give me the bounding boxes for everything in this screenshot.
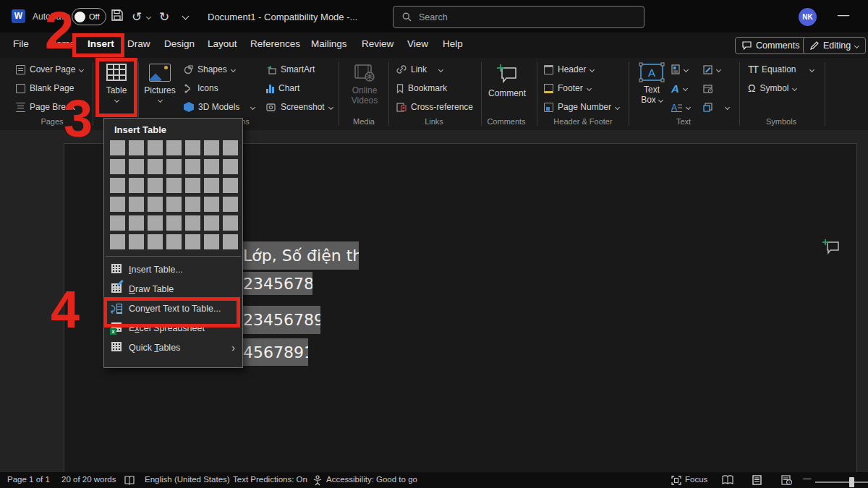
proofing-icon[interactable] (124, 476, 135, 485)
minimize-icon[interactable]: — (838, 9, 849, 22)
comment-button[interactable]: Comment (486, 64, 528, 98)
table-grid-cell[interactable] (185, 197, 200, 212)
selected-text-line[interactable]: Lớp, Số điện thoại (239, 241, 359, 270)
quick-parts-button[interactable] (671, 62, 688, 77)
focus-button[interactable]: Focus (685, 475, 707, 484)
table-grid-cell[interactable] (148, 215, 163, 231)
equation-button[interactable]: ΤΤEquation (748, 62, 796, 77)
table-grid-cell[interactable] (148, 234, 163, 249)
table-grid-cell[interactable] (110, 159, 125, 174)
table-grid-cell[interactable] (223, 159, 238, 174)
comments-button[interactable]: Comments (735, 37, 807, 54)
table-grid-cell[interactable] (129, 197, 144, 212)
table-grid-cell[interactable] (166, 159, 182, 174)
header-button[interactable]: Header (544, 62, 594, 77)
tab-draw[interactable]: Draw (127, 38, 150, 49)
save-icon[interactable] (111, 9, 124, 22)
zoom-slider-track[interactable] (815, 481, 868, 483)
table-grid-cell[interactable] (129, 159, 144, 174)
table-grid-cell[interactable] (129, 178, 144, 193)
page-indicator[interactable]: Page 1 of 1 (7, 475, 50, 484)
zoom-out-icon[interactable]: — (803, 474, 812, 482)
table-grid-cell[interactable] (223, 178, 238, 193)
screenshot-button[interactable]: Screenshot (266, 100, 333, 114)
redo-icon[interactable]: ↻ (159, 9, 169, 25)
table-grid-cell[interactable] (166, 140, 182, 155)
signature-line-button[interactable] (703, 62, 720, 77)
table-grid-cell[interactable] (110, 140, 125, 155)
table-grid-cell[interactable] (204, 197, 219, 212)
accessibility-status[interactable]: Accessibility: Good to go (326, 475, 417, 484)
table-size-grid[interactable] (110, 140, 242, 249)
table-grid-cell[interactable] (204, 234, 219, 249)
symbol-button[interactable]: ΩSymbol (748, 81, 796, 95)
insert-comment-margin-icon[interactable] (822, 239, 841, 256)
word-count[interactable]: 20 of 20 words (61, 475, 116, 484)
zoom-slider-handle[interactable] (849, 477, 854, 487)
table-grid-cell[interactable] (166, 197, 182, 212)
undo-chevron-icon[interactable] (146, 14, 151, 20)
table-grid-cell[interactable] (110, 178, 125, 193)
table-grid-cell[interactable] (204, 140, 219, 155)
tab-design[interactable]: Design (164, 38, 195, 49)
editing-button[interactable]: Editing (803, 37, 866, 54)
table-grid-cell[interactable] (166, 215, 182, 231)
search-input[interactable]: Search (393, 6, 644, 28)
link-button[interactable]: Link (396, 62, 427, 77)
table-grid-cell[interactable] (129, 234, 144, 249)
table-grid-cell[interactable] (223, 234, 238, 249)
table-grid-cell[interactable] (148, 159, 163, 174)
shapes-button[interactable]: Shapes (184, 62, 235, 77)
table-grid-cell[interactable] (204, 215, 219, 231)
table-grid-cell[interactable] (110, 197, 125, 212)
date-time-button[interactable] (703, 81, 713, 95)
tab-review[interactable]: Review (362, 38, 393, 49)
language-indicator[interactable]: English (United States) (145, 475, 230, 484)
table-grid-cell[interactable] (148, 140, 163, 155)
quick-access-chevron-icon[interactable] (182, 13, 190, 20)
chart-button[interactable]: Chart (266, 81, 299, 95)
equation-chevron-icon[interactable] (809, 67, 814, 72)
table-grid-cell[interactable] (204, 178, 219, 193)
bookmark-button[interactable]: Bookmark (396, 81, 447, 95)
table-grid-cell[interactable] (185, 178, 200, 193)
tab-file[interactable]: File (13, 38, 29, 49)
pictures-button[interactable]: Pictures (142, 64, 178, 102)
3d-models-chevron-icon[interactable] (250, 105, 255, 110)
table-grid-cell[interactable] (185, 159, 200, 174)
undo-icon[interactable]: ↺ (132, 9, 142, 25)
page-number-button[interactable]: Page Number (544, 100, 619, 114)
table-grid-cell[interactable] (223, 140, 238, 155)
table-grid-cell[interactable] (110, 234, 125, 249)
smartart-button[interactable]: SmartArt (266, 62, 315, 77)
table-grid-cell[interactable] (110, 215, 125, 231)
read-mode-icon[interactable] (722, 475, 734, 485)
tab-layout[interactable]: Layout (208, 38, 237, 49)
text-predictions[interactable]: Text Predictions: On (233, 475, 307, 484)
text-box-button[interactable]: A Text Box (637, 62, 667, 105)
tab-references[interactable]: References (250, 38, 300, 49)
tab-mailings[interactable]: Mailings (311, 38, 347, 49)
table-grid-cell[interactable] (185, 215, 200, 231)
table-grid-cell[interactable] (129, 215, 144, 231)
table-grid-cell[interactable] (166, 178, 182, 193)
icons-button[interactable]: Icons (184, 81, 218, 95)
print-layout-icon[interactable] (752, 475, 762, 485)
wordart-button[interactable]: A (671, 81, 687, 95)
avatar[interactable]: NK (799, 8, 817, 26)
table-grid-cell[interactable] (223, 215, 238, 231)
table-grid-cell[interactable] (185, 234, 200, 249)
table-grid-cell[interactable] (204, 159, 219, 174)
selected-text-line[interactable]: 23456789 (239, 272, 312, 295)
table-grid-cell[interactable] (129, 140, 144, 155)
cross-reference-button[interactable]: Cross-reference (396, 100, 473, 114)
table-grid-cell[interactable] (166, 234, 182, 249)
footer-button[interactable]: Footer (544, 81, 591, 95)
drop-cap-button[interactable]: A (671, 100, 690, 114)
menu-item-quick-tables[interactable]: Quick Tables › (104, 338, 242, 357)
table-grid-cell[interactable] (223, 197, 238, 212)
autosave-toggle[interactable]: Off (72, 8, 106, 25)
menu-item-draw-table[interactable]: Draw Table (104, 279, 242, 299)
3d-models-button[interactable]: 3D Models (184, 100, 239, 114)
cover-page-button[interactable]: Cover Page (16, 62, 83, 77)
